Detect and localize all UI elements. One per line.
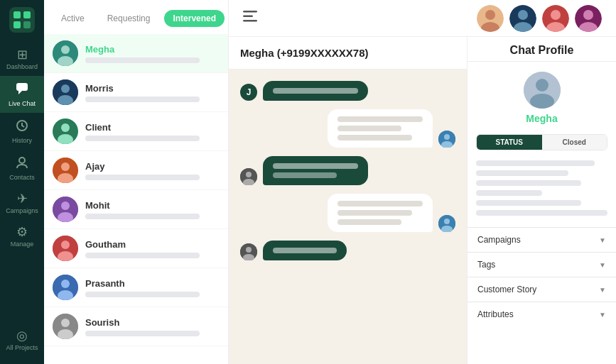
dashboard-icon: ⊞ xyxy=(17,48,28,61)
top-avatar-1[interactable] xyxy=(477,5,504,32)
svg-rect-4 xyxy=(16,83,28,91)
chat-icon xyxy=(15,82,29,98)
list-item[interactable]: Client xyxy=(44,112,228,151)
chat-item-name: Sourish xyxy=(85,317,220,328)
top-avatar-3[interactable] xyxy=(542,5,569,32)
list-item[interactable]: Sourish xyxy=(44,307,228,346)
svg-point-61 xyxy=(530,94,554,109)
chevron-down-icon: ▼ xyxy=(599,311,606,319)
message-line xyxy=(273,172,337,178)
list-item[interactable]: Morris xyxy=(44,73,228,112)
profile-avatar xyxy=(524,72,561,109)
message-lines xyxy=(337,201,423,225)
top-avatar-4[interactable] xyxy=(575,5,602,32)
chat-item-info: Morris xyxy=(85,83,220,102)
accordion-attributes[interactable]: Attributes ▼ xyxy=(468,302,616,326)
svg-rect-33 xyxy=(243,16,253,18)
chat-item-name: Prasanth xyxy=(85,278,220,289)
list-item[interactable]: Goutham xyxy=(44,229,228,268)
list-item[interactable]: Megha xyxy=(44,34,228,73)
sidebar-item-manage[interactable]: ⚙ Manage xyxy=(0,220,44,253)
profile-panel: Chat Profile Megha STATUS Closed xyxy=(467,37,616,364)
info-line xyxy=(476,190,542,196)
message-bubble-sent xyxy=(263,241,347,260)
message-line xyxy=(273,88,358,94)
info-line xyxy=(476,170,568,176)
svg-point-57 xyxy=(246,247,252,253)
sidebar-item-all-projects[interactable]: ◎ All Projects xyxy=(0,324,44,357)
accordion-customer-story[interactable]: Customer Story ▼ xyxy=(468,277,616,302)
message-line xyxy=(337,126,401,131)
message-line xyxy=(337,116,423,122)
info-line xyxy=(476,200,581,206)
svg-point-42 xyxy=(551,10,561,20)
message-avatar: J xyxy=(240,84,257,101)
profile-title: Chat Profile xyxy=(468,37,616,62)
sidebar-item-campaigns[interactable]: ✈ Campaigns xyxy=(0,187,44,220)
all-projects-icon: ◎ xyxy=(16,329,28,342)
status-btn-label[interactable]: STATUS xyxy=(477,135,542,150)
avatar xyxy=(53,158,78,183)
chat-item-preview xyxy=(85,96,200,102)
accordion-tags[interactable]: Tags ▼ xyxy=(468,252,616,277)
accordion-campaigns[interactable]: Campaigns ▼ xyxy=(468,227,616,252)
sidebar-item-dashboard[interactable]: ⊞ Dashboard xyxy=(0,43,44,76)
svg-point-9 xyxy=(61,45,70,54)
contacts-icon xyxy=(15,155,29,172)
campaigns-icon: ✈ xyxy=(17,192,28,205)
chat-item-info: Mohit xyxy=(85,200,220,219)
message-line xyxy=(337,210,412,216)
svg-point-30 xyxy=(61,319,70,327)
tab-active[interactable]: Active xyxy=(53,10,93,27)
message-avatar xyxy=(438,131,455,148)
list-item[interactable]: Ajay xyxy=(44,151,228,190)
content-area: Megha (+9199XXXXXX78) J xyxy=(229,37,616,364)
avatar xyxy=(53,236,78,261)
message-avatar xyxy=(240,243,257,260)
chat-item-name: Morris xyxy=(85,83,220,94)
top-avatar-2[interactable] xyxy=(509,5,536,32)
message-lines xyxy=(273,88,358,94)
chat-item-name: Goutham xyxy=(85,239,220,250)
message-avatar xyxy=(438,215,455,232)
status-row: STATUS Closed xyxy=(476,134,607,150)
status-btn-value[interactable]: Closed xyxy=(542,135,607,150)
svg-rect-2 xyxy=(13,21,21,28)
svg-rect-1 xyxy=(23,11,31,18)
message-lines xyxy=(337,116,423,140)
tab-requesting[interactable]: Requesting xyxy=(99,10,159,27)
profile-avatar-section: Megha xyxy=(468,62,616,130)
chat-item-name: Client xyxy=(85,122,220,133)
sidebar-item-history[interactable]: History xyxy=(0,113,44,150)
avatar xyxy=(53,40,78,66)
avatar xyxy=(53,275,78,300)
chat-item-name: Megha xyxy=(85,44,220,55)
profile-info xyxy=(468,155,616,221)
main-area: Megha (+9199XXXXXX78) J xyxy=(229,0,616,364)
sidebar-item-live-chat[interactable]: Live Chat xyxy=(0,76,44,113)
message-row xyxy=(240,109,455,148)
svg-point-39 xyxy=(518,10,528,20)
manage-icon: ⚙ xyxy=(16,226,28,238)
hamburger-icon[interactable] xyxy=(243,11,257,26)
chat-window: Megha (+9199XXXXXX78) J xyxy=(229,37,467,364)
message-row xyxy=(240,241,455,260)
chat-messages: J xyxy=(229,70,467,364)
chat-item-info: Prasanth xyxy=(85,278,220,297)
chat-item-preview xyxy=(85,331,200,336)
list-item[interactable]: Mohit xyxy=(44,190,228,229)
svg-point-36 xyxy=(485,10,495,20)
message-lines xyxy=(273,163,358,178)
top-bar-avatars xyxy=(477,5,602,32)
sidebar-item-contacts[interactable]: Contacts xyxy=(0,150,44,187)
chat-list-header: Active Requesting Intervened xyxy=(44,0,228,34)
chat-item-preview xyxy=(85,292,200,297)
chat-list-panel: Active Requesting Intervened Megha Morri… xyxy=(44,0,229,364)
info-line xyxy=(476,210,607,216)
tab-intervened[interactable]: Intervened xyxy=(164,10,225,27)
chevron-down-icon: ▼ xyxy=(599,261,606,269)
svg-point-12 xyxy=(61,84,70,93)
list-item[interactable]: Prasanth xyxy=(44,268,228,307)
message-avatar xyxy=(240,168,257,185)
svg-point-15 xyxy=(61,123,70,132)
